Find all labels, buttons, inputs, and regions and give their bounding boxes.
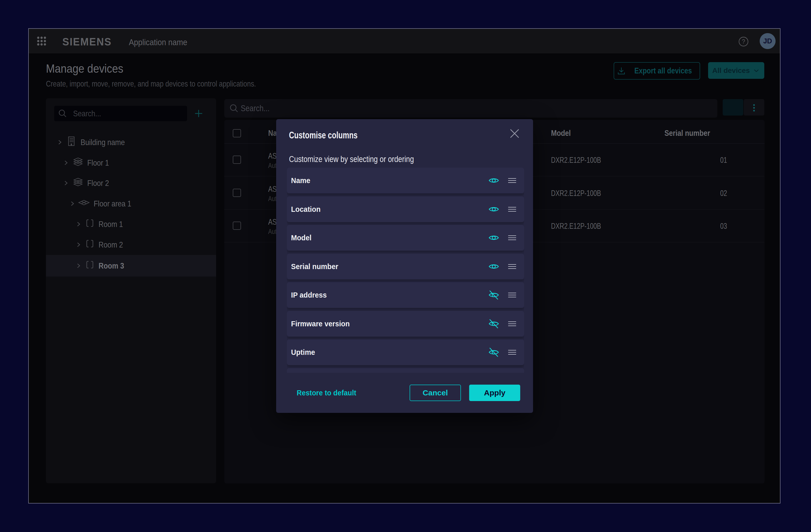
svg-text:?: ? bbox=[742, 38, 745, 45]
